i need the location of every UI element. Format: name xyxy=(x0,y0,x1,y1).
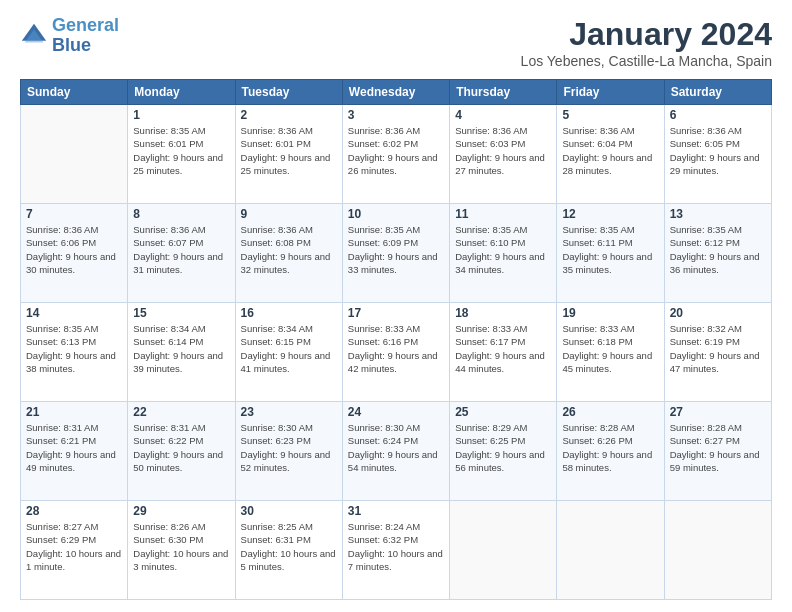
day-info: Sunrise: 8:33 AMSunset: 6:17 PMDaylight:… xyxy=(455,322,551,375)
day-info: Sunrise: 8:24 AMSunset: 6:32 PMDaylight:… xyxy=(348,520,444,573)
day-number: 1 xyxy=(133,108,229,122)
calendar-cell: 23Sunrise: 8:30 AMSunset: 6:23 PMDayligh… xyxy=(235,402,342,501)
calendar-cell: 4Sunrise: 8:36 AMSunset: 6:03 PMDaylight… xyxy=(450,105,557,204)
day-number: 14 xyxy=(26,306,122,320)
calendar-week-3: 21Sunrise: 8:31 AMSunset: 6:21 PMDayligh… xyxy=(21,402,772,501)
calendar-body: 1Sunrise: 8:35 AMSunset: 6:01 PMDaylight… xyxy=(21,105,772,600)
day-number: 11 xyxy=(455,207,551,221)
calendar-cell: 29Sunrise: 8:26 AMSunset: 6:30 PMDayligh… xyxy=(128,501,235,600)
main-title: January 2024 xyxy=(521,16,772,53)
day-number: 31 xyxy=(348,504,444,518)
day-info: Sunrise: 8:35 AMSunset: 6:12 PMDaylight:… xyxy=(670,223,766,276)
col-friday: Friday xyxy=(557,80,664,105)
day-info: Sunrise: 8:36 AMSunset: 6:02 PMDaylight:… xyxy=(348,124,444,177)
day-info: Sunrise: 8:35 AMSunset: 6:01 PMDaylight:… xyxy=(133,124,229,177)
logo: General Blue xyxy=(20,16,119,56)
day-info: Sunrise: 8:35 AMSunset: 6:13 PMDaylight:… xyxy=(26,322,122,375)
col-monday: Monday xyxy=(128,80,235,105)
day-number: 19 xyxy=(562,306,658,320)
day-number: 13 xyxy=(670,207,766,221)
calendar-cell xyxy=(557,501,664,600)
calendar-cell: 2Sunrise: 8:36 AMSunset: 6:01 PMDaylight… xyxy=(235,105,342,204)
calendar-table: Sunday Monday Tuesday Wednesday Thursday… xyxy=(20,79,772,600)
day-info: Sunrise: 8:35 AMSunset: 6:11 PMDaylight:… xyxy=(562,223,658,276)
day-info: Sunrise: 8:36 AMSunset: 6:06 PMDaylight:… xyxy=(26,223,122,276)
day-info: Sunrise: 8:33 AMSunset: 6:18 PMDaylight:… xyxy=(562,322,658,375)
title-area: January 2024 Los Yebenes, Castille-La Ma… xyxy=(521,16,772,69)
calendar-cell: 12Sunrise: 8:35 AMSunset: 6:11 PMDayligh… xyxy=(557,204,664,303)
calendar-cell: 28Sunrise: 8:27 AMSunset: 6:29 PMDayligh… xyxy=(21,501,128,600)
day-info: Sunrise: 8:29 AMSunset: 6:25 PMDaylight:… xyxy=(455,421,551,474)
day-info: Sunrise: 8:36 AMSunset: 6:04 PMDaylight:… xyxy=(562,124,658,177)
page: General Blue January 2024 Los Yebenes, C… xyxy=(0,0,792,612)
day-number: 20 xyxy=(670,306,766,320)
calendar-cell: 15Sunrise: 8:34 AMSunset: 6:14 PMDayligh… xyxy=(128,303,235,402)
calendar-cell: 14Sunrise: 8:35 AMSunset: 6:13 PMDayligh… xyxy=(21,303,128,402)
day-number: 2 xyxy=(241,108,337,122)
day-number: 16 xyxy=(241,306,337,320)
day-number: 6 xyxy=(670,108,766,122)
calendar-week-4: 28Sunrise: 8:27 AMSunset: 6:29 PMDayligh… xyxy=(21,501,772,600)
day-number: 22 xyxy=(133,405,229,419)
day-info: Sunrise: 8:35 AMSunset: 6:09 PMDaylight:… xyxy=(348,223,444,276)
day-number: 28 xyxy=(26,504,122,518)
day-number: 15 xyxy=(133,306,229,320)
day-number: 9 xyxy=(241,207,337,221)
col-thursday: Thursday xyxy=(450,80,557,105)
calendar-week-0: 1Sunrise: 8:35 AMSunset: 6:01 PMDaylight… xyxy=(21,105,772,204)
calendar-cell: 17Sunrise: 8:33 AMSunset: 6:16 PMDayligh… xyxy=(342,303,449,402)
day-number: 3 xyxy=(348,108,444,122)
col-saturday: Saturday xyxy=(664,80,771,105)
calendar-cell: 27Sunrise: 8:28 AMSunset: 6:27 PMDayligh… xyxy=(664,402,771,501)
day-number: 23 xyxy=(241,405,337,419)
calendar-cell: 18Sunrise: 8:33 AMSunset: 6:17 PMDayligh… xyxy=(450,303,557,402)
day-number: 17 xyxy=(348,306,444,320)
day-number: 4 xyxy=(455,108,551,122)
day-number: 8 xyxy=(133,207,229,221)
calendar-cell: 9Sunrise: 8:36 AMSunset: 6:08 PMDaylight… xyxy=(235,204,342,303)
day-info: Sunrise: 8:31 AMSunset: 6:22 PMDaylight:… xyxy=(133,421,229,474)
day-info: Sunrise: 8:31 AMSunset: 6:21 PMDaylight:… xyxy=(26,421,122,474)
day-info: Sunrise: 8:36 AMSunset: 6:01 PMDaylight:… xyxy=(241,124,337,177)
calendar-week-2: 14Sunrise: 8:35 AMSunset: 6:13 PMDayligh… xyxy=(21,303,772,402)
day-number: 26 xyxy=(562,405,658,419)
calendar-cell xyxy=(450,501,557,600)
day-number: 29 xyxy=(133,504,229,518)
calendar-cell: 11Sunrise: 8:35 AMSunset: 6:10 PMDayligh… xyxy=(450,204,557,303)
day-info: Sunrise: 8:26 AMSunset: 6:30 PMDaylight:… xyxy=(133,520,229,573)
day-number: 12 xyxy=(562,207,658,221)
day-info: Sunrise: 8:36 AMSunset: 6:08 PMDaylight:… xyxy=(241,223,337,276)
calendar-cell: 13Sunrise: 8:35 AMSunset: 6:12 PMDayligh… xyxy=(664,204,771,303)
day-info: Sunrise: 8:36 AMSunset: 6:07 PMDaylight:… xyxy=(133,223,229,276)
calendar-cell: 5Sunrise: 8:36 AMSunset: 6:04 PMDaylight… xyxy=(557,105,664,204)
day-info: Sunrise: 8:25 AMSunset: 6:31 PMDaylight:… xyxy=(241,520,337,573)
calendar-cell: 21Sunrise: 8:31 AMSunset: 6:21 PMDayligh… xyxy=(21,402,128,501)
day-info: Sunrise: 8:35 AMSunset: 6:10 PMDaylight:… xyxy=(455,223,551,276)
header-row: Sunday Monday Tuesday Wednesday Thursday… xyxy=(21,80,772,105)
day-number: 7 xyxy=(26,207,122,221)
day-info: Sunrise: 8:27 AMSunset: 6:29 PMDaylight:… xyxy=(26,520,122,573)
day-info: Sunrise: 8:34 AMSunset: 6:15 PMDaylight:… xyxy=(241,322,337,375)
logo-icon xyxy=(20,22,48,50)
day-info: Sunrise: 8:36 AMSunset: 6:03 PMDaylight:… xyxy=(455,124,551,177)
calendar-cell: 8Sunrise: 8:36 AMSunset: 6:07 PMDaylight… xyxy=(128,204,235,303)
calendar-cell: 19Sunrise: 8:33 AMSunset: 6:18 PMDayligh… xyxy=(557,303,664,402)
calendar-cell: 26Sunrise: 8:28 AMSunset: 6:26 PMDayligh… xyxy=(557,402,664,501)
calendar-cell: 6Sunrise: 8:36 AMSunset: 6:05 PMDaylight… xyxy=(664,105,771,204)
calendar-cell: 3Sunrise: 8:36 AMSunset: 6:02 PMDaylight… xyxy=(342,105,449,204)
calendar-cell: 30Sunrise: 8:25 AMSunset: 6:31 PMDayligh… xyxy=(235,501,342,600)
calendar-week-1: 7Sunrise: 8:36 AMSunset: 6:06 PMDaylight… xyxy=(21,204,772,303)
day-info: Sunrise: 8:33 AMSunset: 6:16 PMDaylight:… xyxy=(348,322,444,375)
calendar-cell: 7Sunrise: 8:36 AMSunset: 6:06 PMDaylight… xyxy=(21,204,128,303)
subtitle: Los Yebenes, Castille-La Mancha, Spain xyxy=(521,53,772,69)
day-number: 25 xyxy=(455,405,551,419)
calendar-cell: 20Sunrise: 8:32 AMSunset: 6:19 PMDayligh… xyxy=(664,303,771,402)
day-number: 30 xyxy=(241,504,337,518)
day-info: Sunrise: 8:32 AMSunset: 6:19 PMDaylight:… xyxy=(670,322,766,375)
calendar-cell: 24Sunrise: 8:30 AMSunset: 6:24 PMDayligh… xyxy=(342,402,449,501)
col-wednesday: Wednesday xyxy=(342,80,449,105)
col-sunday: Sunday xyxy=(21,80,128,105)
day-number: 27 xyxy=(670,405,766,419)
calendar-cell: 22Sunrise: 8:31 AMSunset: 6:22 PMDayligh… xyxy=(128,402,235,501)
header: General Blue January 2024 Los Yebenes, C… xyxy=(20,16,772,69)
